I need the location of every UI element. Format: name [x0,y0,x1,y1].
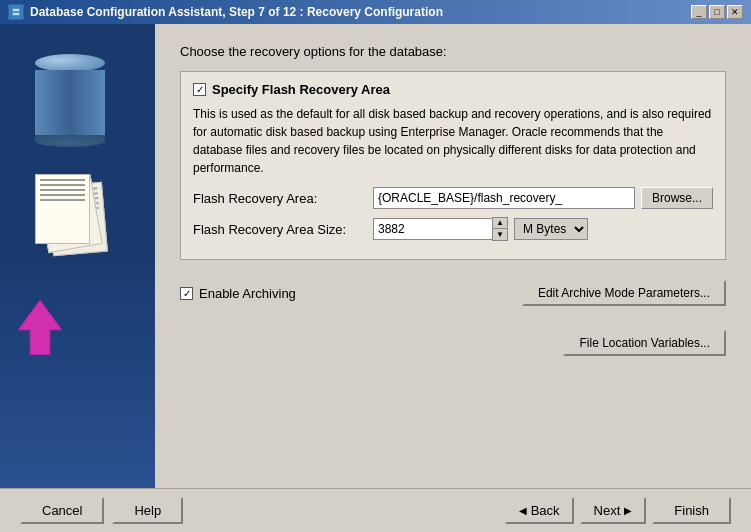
flash-recovery-description: This is used as the default for all disk… [193,105,713,177]
app-icon [8,4,24,20]
content-area: Choose the recovery options for the data… [0,24,751,488]
doc-page-front [35,174,90,244]
window-title: Database Configuration Assistant, Step 7… [30,5,443,19]
spinner-controls[interactable]: ▲ ▼ [492,217,508,241]
flash-area-label: Flash Recovery Area: [193,191,373,206]
maximize-button[interactable]: □ [709,5,725,19]
back-button[interactable]: ◀ Back [505,497,574,524]
archive-mode-button[interactable]: Edit Archive Mode Parameters... [522,280,726,306]
window-controls[interactable]: _ □ ✕ [691,5,743,19]
spinner-up[interactable]: ▲ [493,218,507,229]
flash-recovery-section: Specify Flash Recovery Area This is used… [180,71,726,260]
flash-recovery-checkbox[interactable] [193,83,206,96]
finish-button[interactable]: Finish [652,497,731,524]
help-button[interactable]: Help [112,497,183,524]
bottom-right-buttons: ◀ Back Next ▶ Finish [505,497,731,524]
flash-size-label: Flash Recovery Area Size: [193,222,373,237]
svg-rect-2 [13,13,19,15]
close-button[interactable]: ✕ [727,5,743,19]
flash-area-input[interactable] [373,187,635,209]
svg-rect-0 [11,7,21,17]
back-arrow-icon: ◀ [519,505,527,516]
size-input[interactable] [373,218,493,240]
cancel-button[interactable]: Cancel [20,497,104,524]
flash-recovery-label: Specify Flash Recovery Area [212,82,390,97]
file-location-section: File Location Variables... [180,310,726,362]
archiving-checkbox[interactable] [180,287,193,300]
title-bar: Database Configuration Assistant, Step 7… [0,0,751,24]
unit-select[interactable]: M Bytes G Bytes [514,218,588,240]
next-button[interactable]: Next ▶ [580,497,647,524]
svg-marker-3 [18,300,62,355]
title-bar-left: Database Configuration Assistant, Step 7… [8,4,443,20]
wizard-image [0,24,155,488]
right-panel: Choose the recovery options for the data… [155,24,751,488]
svg-rect-1 [13,9,19,11]
size-spinner: ▲ ▼ M Bytes G Bytes [373,217,588,241]
back-label: Back [531,503,560,518]
instruction-text: Choose the recovery options for the data… [180,44,726,59]
file-location-button[interactable]: File Location Variables... [563,330,726,356]
archiving-checkbox-row[interactable]: Enable Archiving [180,286,296,301]
arrow-graphic [18,300,63,358]
flash-recovery-checkbox-row[interactable]: Specify Flash Recovery Area [193,82,713,97]
spinner-down[interactable]: ▼ [493,229,507,240]
minimize-button[interactable]: _ [691,5,707,19]
left-panel [0,24,155,488]
main-window: Choose the recovery options for the data… [0,24,751,532]
db-cylinder-graphic [35,54,105,147]
next-label: Next [594,503,621,518]
archiving-section: Enable Archiving Edit Archive Mode Param… [180,280,726,306]
bottom-bar: Cancel Help ◀ Back Next ▶ Finish [0,488,751,532]
bottom-left-buttons: Cancel Help [20,497,183,524]
flash-area-row: Flash Recovery Area: Browse... [193,187,713,209]
archiving-label: Enable Archiving [199,286,296,301]
flash-size-row: Flash Recovery Area Size: ▲ ▼ M Bytes G … [193,217,713,241]
browse-button[interactable]: Browse... [641,187,713,209]
next-arrow-icon: ▶ [624,505,632,516]
